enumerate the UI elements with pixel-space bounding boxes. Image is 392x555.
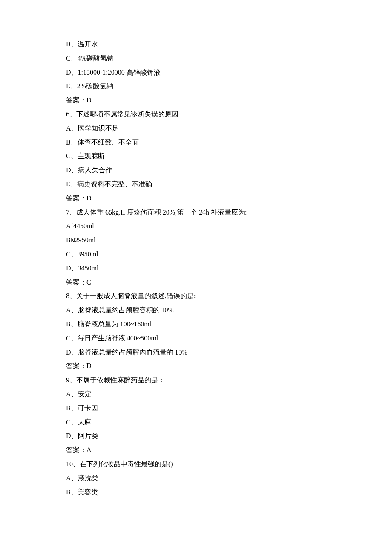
text-line: 8、关于一般成人脑脊液量的叙述,错误的是: — [66, 289, 330, 303]
text-line: B、体查不细致、不全面 — [66, 136, 330, 150]
text-line: A、安定 — [66, 387, 330, 401]
text-line: B、脑脊液总量为 100~160ml — [66, 317, 330, 331]
text-line: A、医学知识不足 — [66, 122, 330, 136]
text-line: C、每日产生脑脊液 400~500ml — [66, 331, 330, 346]
text-line: 6、下述哪项不属常见诊断失误的原因 — [66, 108, 330, 122]
text-line: C、3950ml — [66, 247, 330, 262]
text-line: A、脑脊液总量约占颅腔容积的 10% — [66, 303, 330, 317]
text-line: A、液洗类 — [66, 471, 330, 485]
text-line: E、2%碳酸氢钠 — [66, 79, 330, 93]
text-line: C、大麻 — [66, 416, 330, 430]
text-line: 答案：D — [66, 93, 330, 108]
text-line: D、脑脊液总量约占颅腔内血流量的 10% — [66, 346, 330, 360]
text-line: C、主观臆断 — [66, 149, 330, 163]
text-line: 10、在下列化妆品中毒性最强的是() — [66, 457, 330, 471]
text-line: D、3450ml — [66, 262, 330, 276]
text-line: 答案：D — [66, 359, 330, 373]
text-line: Bɴ2950ml — [66, 233, 330, 247]
text-line: B、美容类 — [66, 485, 330, 500]
text-line: D、阿片类 — [66, 429, 330, 443]
text-line: C、4%碳酸氢钠 — [66, 52, 330, 66]
text-line: 9、不属于依赖性麻醉药品的是： — [66, 373, 330, 387]
text-line: 答案：D — [66, 192, 330, 206]
text-line: 答案：A — [66, 443, 330, 457]
text-line: Aˆ4450ml — [66, 219, 330, 233]
text-line: E、病史资料不完整、不准确 — [66, 177, 330, 192]
text-line: D、病人欠合作 — [66, 163, 330, 177]
text-line: 答案：C — [66, 276, 330, 290]
text-line: B、可卡因 — [66, 401, 330, 416]
document-page: B、温开水 C、4%碳酸氢钠 D、1:15000-1:20000 高锌酸钾液 E… — [0, 0, 330, 516]
text-line: 7、成人体重 65kg,II 度烧伤面积 20%,第一个 24h 补液量应为: — [66, 206, 330, 220]
text-line: B、温开水 — [66, 38, 330, 52]
text-line: D、1:15000-1:20000 高锌酸钾液 — [66, 66, 330, 80]
